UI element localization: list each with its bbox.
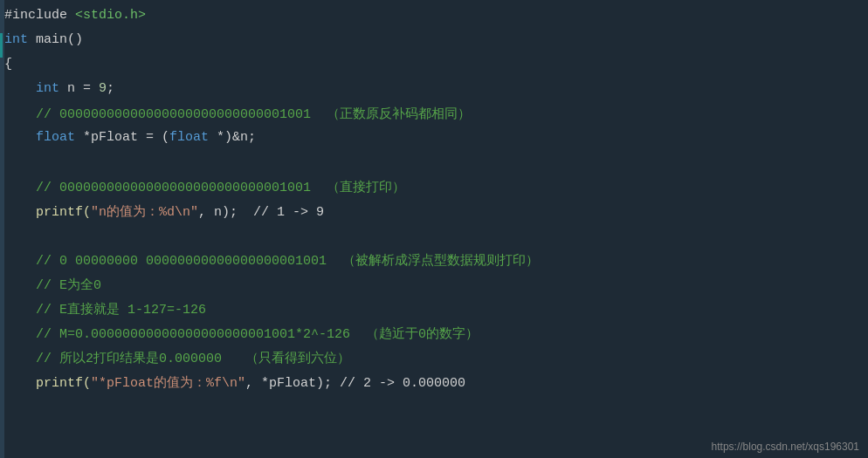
code-line-7: [0, 154, 868, 178]
url-bar: https://blog.csdn.net/xqs196301: [712, 441, 859, 453]
left-border-accent: [0, 33, 3, 58]
code-line-13: // E直接就是 1-127=-126: [0, 300, 868, 325]
code-line-5: // 00000000000000000000000000001001 （正数原…: [0, 105, 868, 129]
code-line-8: // 00000000000000000000000000001001 （直接打…: [0, 178, 868, 202]
code-line-12: // E为全0: [0, 276, 868, 300]
code-line-2: int main(): [0, 31, 868, 56]
code-line-15: // 所以2打印结果是0.000000 （只看得到六位）: [0, 349, 868, 373]
code-line-10: [0, 227, 868, 251]
code-container: #include <stdio.h>int main(){ int n = 9;…: [0, 0, 868, 458]
code-line-9: printf("n的值为：%d\n", n); // 1 -> 9: [0, 202, 868, 227]
code-line-11: // 0 00000000 00000000000000000001001 （被…: [0, 251, 868, 276]
code-line-16: printf("*pFloat的值为：%f\n", *pFloat); // 2…: [0, 373, 868, 398]
code-line-4: int n = 9;: [0, 80, 868, 105]
code-line-1: #include <stdio.h>: [0, 7, 868, 31]
code-line-14: // M=0.00000000000000000000001001*2^-126…: [0, 325, 868, 349]
code-line-6: float *pFloat = (float *)&n;: [0, 129, 868, 154]
code-line-3: {: [0, 56, 868, 80]
left-border: [0, 0, 4, 458]
